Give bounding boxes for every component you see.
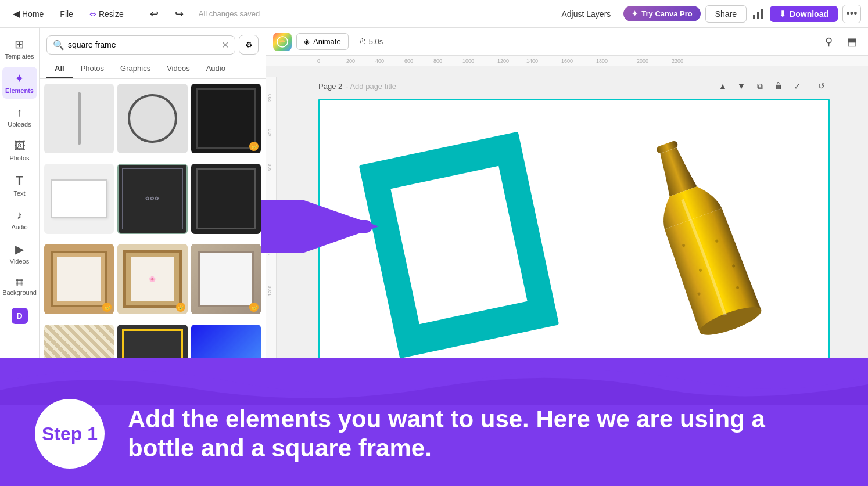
list-item[interactable]: 🌸 👑 (117, 244, 187, 314)
audio-label: Audio (11, 224, 27, 231)
list-item[interactable]: 👑 (44, 244, 114, 314)
funnel-icon: ⚲ (825, 35, 833, 48)
text-icon: T (16, 173, 23, 188)
sidebar-item-audio[interactable]: ♪ Audio (2, 204, 37, 235)
chart-icon (751, 7, 765, 21)
toolbar-right: ⚲ ⬒ (819, 33, 861, 51)
page-expand-button[interactable]: ⤢ (789, 78, 805, 94)
sidebar-item-background[interactable]: ▦ Background (2, 272, 37, 301)
sidebar-item-text[interactable]: T Text (2, 168, 37, 201)
list-item[interactable]: ✿✿✿ (117, 164, 187, 233)
teal-frame-element[interactable] (359, 132, 559, 359)
top-navbar: ◀ Home File ⇔ Resize ↩ ↪ All changes sav… (0, 0, 868, 28)
file-button[interactable]: File (54, 7, 79, 21)
sidebar-item-uploads[interactable]: ↑ Uploads (2, 101, 37, 132)
try-canva-pro-label: Try Canva Pro (641, 9, 692, 18)
audio-icon: ♪ (17, 208, 23, 222)
more-icon: ••• (847, 8, 858, 20)
page-down-button[interactable]: ▼ (733, 78, 749, 94)
sidebar-item-videos[interactable]: ▶ Videos (2, 237, 37, 269)
home-label: Home (22, 9, 44, 19)
sidebar-item-templates[interactable]: ⊞ Templates (2, 33, 37, 64)
svg-rect-2 (761, 9, 763, 19)
tab-graphics[interactable]: Graphics (112, 59, 159, 78)
premium-badge: 👑 (249, 303, 259, 312)
canva-pro-star-icon: ✦ (632, 9, 638, 18)
step-circle: Step 1 (35, 399, 105, 469)
list-item[interactable]: 👑 (191, 84, 261, 153)
templates-icon: ⊞ (15, 37, 24, 51)
try-canva-pro-button[interactable]: ✦ Try Canva Pro (623, 6, 700, 21)
page-header: Page 2 - Add page title ▲ ▼ ⧉ 🗑 ⤢ ↺ (318, 78, 830, 94)
resize-button[interactable]: ⇔ Resize (84, 7, 130, 21)
app-logo (273, 33, 292, 51)
page-refresh-button[interactable]: ↺ (813, 78, 830, 94)
svg-rect-1 (757, 12, 759, 19)
adjust-layers-button[interactable]: Adjust Layers (553, 6, 619, 22)
background-label: Background (2, 289, 37, 296)
tab-bar: All Photos Graphics Videos Audio (40, 59, 266, 79)
download-label: Download (790, 9, 828, 19)
photos-label: Photos (9, 154, 29, 161)
tab-videos[interactable]: Videos (159, 59, 198, 78)
animate-label: Animate (313, 37, 341, 46)
list-item[interactable]: 👑 (191, 244, 261, 314)
redo-button[interactable]: ↪ (169, 5, 189, 23)
tab-all[interactable]: All (46, 59, 73, 78)
download-button[interactable]: ⬇ Download (770, 6, 838, 22)
tab-photos[interactable]: Photos (73, 59, 112, 78)
search-icon: 🔍 (53, 39, 64, 51)
home-button[interactable]: ◀ Home (7, 6, 49, 21)
uploads-icon: ↑ (17, 106, 23, 119)
filter-button[interactable]: ⚙ (239, 35, 259, 55)
share-label: Share (715, 9, 737, 19)
list-item[interactable] (117, 84, 187, 153)
download-icon: ⬇ (779, 9, 786, 19)
file-label: File (60, 9, 73, 19)
step-description: Add the elements you want to use. Here w… (128, 405, 767, 463)
search-bar: 🔍 ✕ ⚙ (46, 35, 259, 55)
page-up-button[interactable]: ▲ (715, 78, 731, 94)
page-copy-button[interactable]: ⧉ (752, 78, 768, 94)
sidebar-item-elements[interactable]: ✦ Elements (2, 67, 37, 99)
more-options-button[interactable]: ••• (842, 5, 861, 23)
save-status: All changes saved (199, 9, 549, 18)
premium-badge: 👑 (176, 303, 185, 312)
save-to-library-button[interactable]: ⬒ (842, 33, 861, 51)
page-title-placeholder[interactable]: - Add page title (346, 82, 396, 91)
share-button[interactable]: Share (705, 5, 747, 23)
adjust-layers-label: Adjust Layers (561, 9, 611, 19)
canvas-toolbar: ◈ Animate ⏱ 5.0s ⚲ ⬒ (266, 28, 868, 56)
bookmark-icon: ⬒ (847, 35, 857, 48)
time-value: 5.0s (369, 37, 383, 46)
list-item[interactable] (44, 84, 114, 153)
search-input[interactable] (68, 40, 218, 49)
bottom-content: Step 1 Add the elements you want to use.… (0, 381, 868, 486)
list-item[interactable] (191, 164, 261, 233)
clear-search-icon[interactable]: ✕ (221, 39, 229, 51)
teal-frame-outer (359, 132, 559, 359)
animate-button[interactable]: ◈ Animate (296, 33, 349, 50)
page-delete-button[interactable]: 🗑 (770, 78, 787, 94)
search-filter-button[interactable]: ⚲ (819, 33, 838, 51)
list-item[interactable] (44, 164, 114, 233)
time-button[interactable]: ⏱ 5.0s (353, 35, 389, 48)
search-input-wrapper: 🔍 ✕ (46, 35, 235, 55)
sidebar-item-photos[interactable]: 🖼 Photos (2, 135, 37, 166)
horizontal-ruler: 0 200 400 600 800 1000 1200 1400 1600 18… (266, 56, 868, 66)
photos-icon: 🖼 (14, 139, 26, 153)
d-icon: D (12, 308, 28, 324)
videos-icon: ▶ (15, 242, 24, 256)
elements-label: Elements (5, 87, 34, 94)
page-label: Page 2 (318, 82, 342, 91)
redo-icon: ↪ (175, 8, 184, 20)
undo-button[interactable]: ↩ (144, 5, 164, 23)
resize-icon: ⇔ (89, 9, 96, 19)
teal-frame-inner (390, 166, 528, 324)
sidebar-item-d[interactable]: D (2, 303, 37, 329)
tab-audio[interactable]: Audio (198, 59, 234, 78)
bottom-overlay: Step 1 Add the elements you want to use.… (0, 358, 868, 486)
svg-rect-0 (753, 15, 755, 19)
step-number: Step 1 (42, 423, 98, 445)
gold-bottle-element[interactable] (596, 106, 806, 366)
